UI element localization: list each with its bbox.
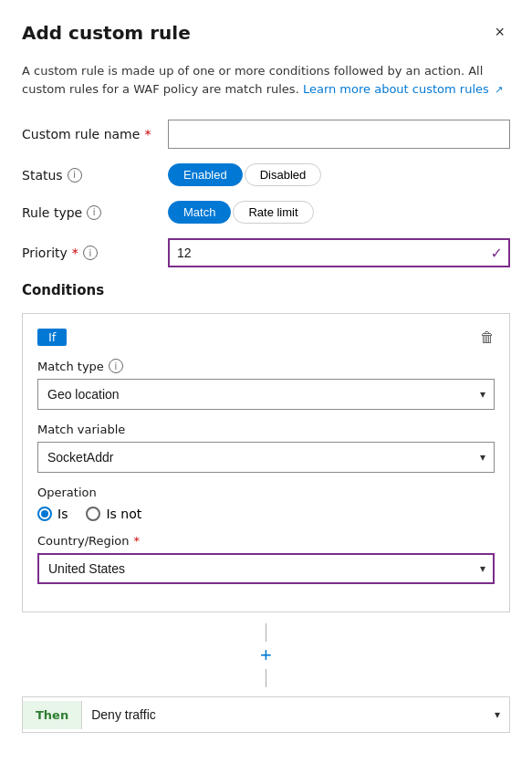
status-info-icon: i (68, 168, 82, 183)
priority-control: ✓ (168, 238, 510, 267)
add-condition-button[interactable]: + (256, 642, 276, 669)
conditions-title: Conditions (22, 282, 510, 298)
operation-is-option[interactable]: Is (37, 507, 68, 521)
priority-info-icon: i (83, 246, 98, 260)
operation-isnot-radio[interactable] (86, 507, 100, 521)
priority-input-wrapper: ✓ (168, 238, 510, 267)
custom-rule-name-input[interactable] (168, 120, 510, 149)
required-star: * (144, 127, 151, 141)
priority-input[interactable] (168, 238, 510, 267)
country-region-select[interactable]: United States United Kingdom Canada Aust… (37, 553, 495, 584)
priority-required-star: * (72, 246, 78, 260)
delete-condition-button[interactable]: 🗑 (480, 329, 495, 346)
operation-isnot-option[interactable]: Is not (86, 507, 141, 521)
match-type-label: Match type i (37, 359, 495, 373)
conditions-section: Conditions If 🗑 Match type i Geo locatio… (22, 282, 510, 733)
rule-type-row: Rule type i Match Rate limit (22, 201, 510, 224)
country-region-select-wrapper: United States United Kingdom Canada Aust… (37, 553, 495, 584)
connector-line-bottom (266, 669, 266, 687)
then-row: Then Deny traffic Allow traffic Log only… (22, 696, 510, 733)
connector-line-top (266, 623, 266, 642)
country-region-label: Country/Region * (37, 534, 495, 548)
connector-section: + (22, 623, 510, 687)
add-custom-rule-dialog: Add custom rule × A custom rule is made … (0, 0, 532, 784)
footer-buttons: Add Cancel (22, 769, 510, 784)
operation-is-radio[interactable] (37, 507, 52, 521)
match-type-info-icon: i (109, 359, 123, 373)
match-type-select-wrapper: Geo location IP address HTTP Header URI … (37, 379, 495, 410)
rule-type-label: Rule type i (22, 205, 168, 220)
if-badge: If (37, 329, 67, 346)
condition-block: If 🗑 Match type i Geo location IP addres… (22, 313, 510, 612)
close-button[interactable]: × (489, 22, 510, 42)
status-toggle-group: Enabled Disabled (168, 163, 510, 186)
match-type-select[interactable]: Geo location IP address HTTP Header URI … (37, 379, 495, 410)
country-region-required-star: * (134, 534, 141, 548)
custom-rule-name-label: Custom rule name * (22, 127, 168, 141)
status-toggle: Enabled Disabled (168, 163, 510, 186)
status-row: Status i Enabled Disabled (22, 163, 510, 186)
custom-rule-name-control (168, 120, 510, 149)
priority-label: Priority * i (22, 246, 168, 260)
operation-label: Operation (37, 486, 495, 499)
match-variable-select[interactable]: SocketAddr RemoteAddr (37, 442, 495, 473)
rule-type-toggle: Match Rate limit (168, 201, 510, 224)
priority-check-icon: ✓ (491, 245, 503, 262)
dialog-title: Add custom rule (22, 22, 191, 44)
custom-rule-name-row: Custom rule name * (22, 120, 510, 149)
dialog-header: Add custom rule × (22, 22, 510, 44)
action-select[interactable]: Deny traffic Allow traffic Log only (82, 697, 509, 732)
description-text: A custom rule is made up of one or more … (22, 62, 510, 98)
rule-type-ratelimit-button[interactable]: Rate limit (233, 201, 313, 224)
rule-type-toggle-group: Match Rate limit (168, 201, 510, 224)
match-variable-select-wrapper: SocketAddr RemoteAddr ▾ (37, 442, 495, 473)
rule-type-info-icon: i (87, 205, 101, 220)
operation-radio-group: Is Is not (37, 507, 495, 521)
operation-section: Operation Is Is not (37, 486, 495, 521)
match-variable-label: Match variable (37, 423, 495, 436)
status-label: Status i (22, 168, 168, 183)
then-select-wrapper: Deny traffic Allow traffic Log only ▾ (82, 697, 509, 732)
priority-row: Priority * i ✓ (22, 238, 510, 267)
status-disabled-button[interactable]: Disabled (245, 163, 322, 186)
condition-header: If 🗑 (37, 329, 495, 346)
status-enabled-button[interactable]: Enabled (168, 163, 243, 186)
then-badge: Then (23, 701, 82, 729)
learn-more-link[interactable]: Learn more about custom rules ↗ (303, 82, 503, 96)
rule-type-match-button[interactable]: Match (168, 201, 231, 224)
external-link-icon: ↗ (495, 84, 503, 96)
